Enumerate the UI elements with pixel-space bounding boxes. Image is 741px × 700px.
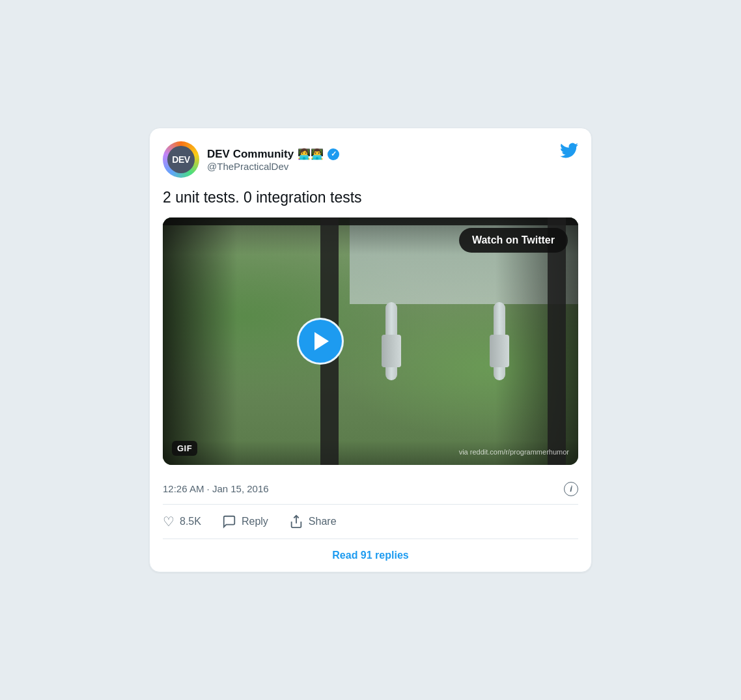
door-handle-left	[385, 302, 397, 380]
read-replies-button[interactable]: Read 91 replies	[163, 539, 578, 572]
media-container[interactable]: Watch on Twitter GIF via reddit.com/r/pr…	[163, 217, 578, 465]
author-emojis: 👩‍💻👨‍💻	[298, 148, 324, 160]
avatar-text: DEV	[167, 146, 195, 173]
share-label: Share	[309, 516, 337, 527]
comment-icon	[222, 514, 236, 529]
author-handle[interactable]: @ThePracticalDev	[207, 161, 339, 172]
tweet-card: DEV DEV Community 👩‍💻👨‍💻 @ThePracticalDe…	[149, 128, 592, 572]
reply-label: Reply	[242, 516, 268, 527]
frame-top	[163, 217, 578, 225]
tweet-author: DEV DEV Community 👩‍💻👨‍💻 @ThePracticalDe…	[163, 141, 339, 178]
tweet-meta: 12:26 AM · Jan 15, 2016 i	[163, 474, 578, 505]
verified-badge	[328, 148, 339, 160]
tweet-timestamp: 12:26 AM · Jan 15, 2016	[163, 483, 269, 494]
heart-icon	[163, 514, 175, 529]
avatar[interactable]: DEV	[163, 141, 199, 178]
media-background	[163, 217, 578, 465]
tweet-text: 2 unit tests. 0 integration tests	[163, 187, 578, 208]
share-icon	[289, 514, 303, 529]
like-count: 8.5K	[180, 516, 201, 527]
handle-area	[337, 242, 553, 440]
door-handle-right	[494, 302, 505, 380]
author-name-row: DEV Community 👩‍💻👨‍💻	[207, 148, 339, 161]
author-display-name[interactable]: DEV Community	[207, 148, 294, 161]
gif-badge: GIF	[172, 441, 197, 456]
source-credit: via reddit.com/r/programmerhumor	[459, 448, 569, 456]
play-triangle-icon	[315, 332, 329, 350]
author-info: DEV Community 👩‍💻👨‍💻 @ThePracticalDev	[207, 148, 339, 172]
share-button[interactable]: Share	[289, 514, 337, 529]
info-icon[interactable]: i	[564, 482, 578, 496]
twitter-bird-icon[interactable]	[560, 141, 578, 164]
watch-on-twitter-button[interactable]: Watch on Twitter	[459, 228, 568, 253]
tweet-actions: 8.5K Reply Share	[163, 505, 578, 539]
play-button[interactable]	[297, 318, 344, 365]
reply-button[interactable]: Reply	[222, 514, 268, 529]
like-button[interactable]: 8.5K	[163, 514, 201, 529]
tweet-header: DEV DEV Community 👩‍💻👨‍💻 @ThePracticalDe…	[163, 141, 578, 178]
